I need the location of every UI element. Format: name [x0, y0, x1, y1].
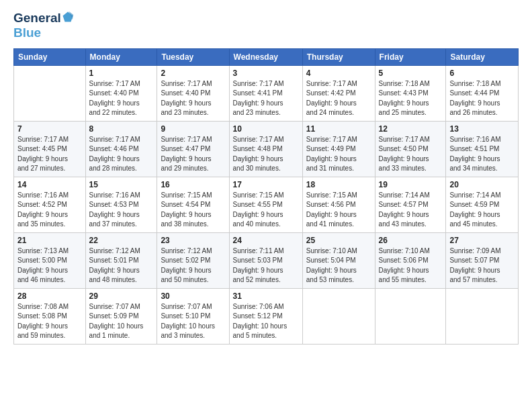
calendar-cell: 21Sunrise: 7:13 AMSunset: 5:00 PMDayligh… [14, 232, 86, 288]
day-info: Sunrise: 7:17 AMSunset: 4:48 PMDaylight:… [233, 135, 299, 174]
day-number: 31 [233, 291, 299, 301]
day-number: 12 [379, 124, 443, 134]
logo: General Blue [13, 11, 74, 40]
day-info: Sunrise: 7:17 AMSunset: 4:46 PMDaylight:… [89, 135, 154, 174]
day-number: 11 [306, 124, 371, 134]
day-number: 10 [233, 124, 299, 134]
day-number: 15 [89, 180, 154, 189]
calendar-cell: 14Sunrise: 7:16 AMSunset: 4:52 PMDayligh… [14, 177, 86, 232]
day-number: 21 [17, 236, 82, 245]
day-number: 24 [233, 236, 299, 245]
day-info: Sunrise: 7:07 AMSunset: 5:10 PMDaylight:… [161, 302, 225, 341]
week-row-5: 28Sunrise: 7:08 AMSunset: 5:08 PMDayligh… [14, 288, 519, 344]
calendar-cell: 24Sunrise: 7:11 AMSunset: 5:03 PMDayligh… [229, 232, 302, 288]
day-info: Sunrise: 7:18 AMSunset: 4:44 PMDaylight:… [449, 79, 515, 118]
calendar-cell: 6Sunrise: 7:18 AMSunset: 4:44 PMDaylight… [446, 65, 519, 121]
day-number: 27 [449, 236, 515, 245]
day-number: 18 [306, 180, 371, 189]
day-info: Sunrise: 7:14 AMSunset: 4:59 PMDaylight:… [449, 191, 515, 230]
day-info: Sunrise: 7:10 AMSunset: 5:04 PMDaylight:… [306, 246, 371, 285]
day-number: 19 [379, 180, 443, 189]
week-row-4: 21Sunrise: 7:13 AMSunset: 5:00 PMDayligh… [14, 232, 519, 288]
day-number: 28 [17, 291, 82, 301]
calendar-cell: 28Sunrise: 7:08 AMSunset: 5:08 PMDayligh… [14, 288, 86, 344]
logo-general: General [13, 11, 74, 26]
calendar-cell: 4Sunrise: 7:17 AMSunset: 4:42 PMDaylight… [302, 65, 375, 121]
day-number: 5 [379, 68, 443, 78]
calendar-cell: 7Sunrise: 7:17 AMSunset: 4:45 PMDaylight… [14, 121, 86, 177]
calendar-cell: 1Sunrise: 7:17 AMSunset: 4:40 PMDaylight… [85, 65, 157, 121]
col-header-sunday: Sunday [14, 48, 86, 65]
day-info: Sunrise: 7:13 AMSunset: 5:00 PMDaylight:… [17, 246, 82, 285]
calendar-header: SundayMondayTuesdayWednesdayThursdayFrid… [14, 48, 519, 65]
calendar-cell: 15Sunrise: 7:16 AMSunset: 4:53 PMDayligh… [85, 177, 157, 232]
calendar-cell: 12Sunrise: 7:17 AMSunset: 4:50 PMDayligh… [375, 121, 446, 177]
calendar-cell: 23Sunrise: 7:12 AMSunset: 5:02 PMDayligh… [157, 232, 229, 288]
day-number: 3 [233, 68, 299, 78]
day-number: 20 [449, 180, 515, 189]
week-row-1: 1Sunrise: 7:17 AMSunset: 4:40 PMDaylight… [14, 65, 519, 121]
week-row-3: 14Sunrise: 7:16 AMSunset: 4:52 PMDayligh… [14, 177, 519, 232]
day-info: Sunrise: 7:17 AMSunset: 4:49 PMDaylight:… [306, 135, 371, 174]
col-header-saturday: Saturday [446, 48, 519, 65]
day-info: Sunrise: 7:07 AMSunset: 5:09 PMDaylight:… [89, 302, 154, 341]
calendar-cell: 13Sunrise: 7:16 AMSunset: 4:51 PMDayligh… [446, 121, 519, 177]
day-number: 16 [161, 180, 225, 189]
calendar-cell: 22Sunrise: 7:12 AMSunset: 5:01 PMDayligh… [85, 232, 157, 288]
col-header-thursday: Thursday [302, 48, 375, 65]
day-info: Sunrise: 7:16 AMSunset: 4:51 PMDaylight:… [449, 135, 515, 174]
calendar-cell: 30Sunrise: 7:07 AMSunset: 5:10 PMDayligh… [157, 288, 229, 344]
day-info: Sunrise: 7:16 AMSunset: 4:53 PMDaylight:… [89, 191, 154, 230]
day-info: Sunrise: 7:15 AMSunset: 4:54 PMDaylight:… [161, 191, 225, 230]
calendar-cell: 9Sunrise: 7:17 AMSunset: 4:47 PMDaylight… [157, 121, 229, 177]
day-number: 25 [306, 236, 371, 245]
col-header-friday: Friday [375, 48, 446, 65]
calendar-cell: 31Sunrise: 7:06 AMSunset: 5:12 PMDayligh… [229, 288, 302, 344]
calendar-cell: 19Sunrise: 7:14 AMSunset: 4:57 PMDayligh… [375, 177, 446, 232]
col-header-tuesday: Tuesday [157, 48, 229, 65]
day-number: 7 [17, 124, 82, 134]
col-header-monday: Monday [85, 48, 157, 65]
week-row-2: 7Sunrise: 7:17 AMSunset: 4:45 PMDaylight… [14, 121, 519, 177]
day-info: Sunrise: 7:11 AMSunset: 5:03 PMDaylight:… [233, 246, 299, 285]
calendar-cell: 11Sunrise: 7:17 AMSunset: 4:49 PMDayligh… [302, 121, 375, 177]
day-info: Sunrise: 7:17 AMSunset: 4:40 PMDaylight:… [161, 79, 225, 118]
calendar-cell: 29Sunrise: 7:07 AMSunset: 5:09 PMDayligh… [85, 288, 157, 344]
day-number: 4 [306, 68, 371, 78]
calendar-cell: 26Sunrise: 7:10 AMSunset: 5:06 PMDayligh… [375, 232, 446, 288]
calendar-table: SundayMondayTuesdayWednesdayThursdayFrid… [13, 48, 519, 345]
day-info: Sunrise: 7:17 AMSunset: 4:40 PMDaylight:… [89, 79, 154, 118]
calendar-cell [14, 65, 86, 121]
day-info: Sunrise: 7:14 AMSunset: 4:57 PMDaylight:… [379, 191, 443, 230]
calendar-cell: 2Sunrise: 7:17 AMSunset: 4:40 PMDaylight… [157, 65, 229, 121]
logo-image: General Blue [13, 11, 74, 40]
day-number: 26 [379, 236, 443, 245]
header: General Blue [13, 11, 519, 40]
day-info: Sunrise: 7:17 AMSunset: 4:41 PMDaylight:… [233, 79, 299, 118]
day-info: Sunrise: 7:15 AMSunset: 4:56 PMDaylight:… [306, 191, 371, 230]
day-info: Sunrise: 7:08 AMSunset: 5:08 PMDaylight:… [17, 302, 82, 341]
day-info: Sunrise: 7:17 AMSunset: 4:42 PMDaylight:… [306, 79, 371, 118]
calendar-cell: 10Sunrise: 7:17 AMSunset: 4:48 PMDayligh… [229, 121, 302, 177]
day-number: 14 [17, 180, 82, 189]
day-number: 8 [89, 124, 154, 134]
day-info: Sunrise: 7:15 AMSunset: 4:55 PMDaylight:… [233, 191, 299, 230]
day-info: Sunrise: 7:17 AMSunset: 4:50 PMDaylight:… [379, 135, 443, 174]
day-number: 23 [161, 236, 225, 245]
day-number: 13 [449, 124, 515, 134]
calendar-cell: 8Sunrise: 7:17 AMSunset: 4:46 PMDaylight… [85, 121, 157, 177]
day-info: Sunrise: 7:16 AMSunset: 4:52 PMDaylight:… [17, 191, 82, 230]
day-number: 2 [161, 68, 225, 78]
day-number: 22 [89, 236, 154, 245]
day-info: Sunrise: 7:12 AMSunset: 5:02 PMDaylight:… [161, 246, 225, 285]
calendar-cell: 20Sunrise: 7:14 AMSunset: 4:59 PMDayligh… [446, 177, 519, 232]
calendar-cell: 17Sunrise: 7:15 AMSunset: 4:55 PMDayligh… [229, 177, 302, 232]
day-info: Sunrise: 7:06 AMSunset: 5:12 PMDaylight:… [233, 302, 299, 341]
day-number: 30 [161, 291, 225, 301]
day-info: Sunrise: 7:09 AMSunset: 5:07 PMDaylight:… [449, 246, 515, 285]
day-number: 29 [89, 291, 154, 301]
calendar-cell: 16Sunrise: 7:15 AMSunset: 4:54 PMDayligh… [157, 177, 229, 232]
day-info: Sunrise: 7:18 AMSunset: 4:43 PMDaylight:… [379, 79, 443, 118]
calendar-cell [302, 288, 375, 344]
col-header-wednesday: Wednesday [229, 48, 302, 65]
